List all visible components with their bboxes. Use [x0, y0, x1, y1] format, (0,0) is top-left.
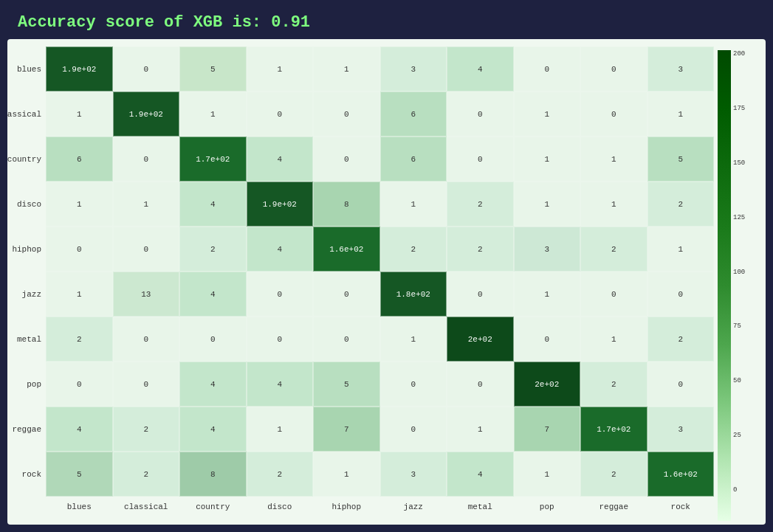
cell-9-5: 3 — [380, 452, 447, 497]
cell-6-4: 0 — [313, 317, 380, 362]
cell-8-7: 7 — [514, 407, 581, 452]
cell-7-3: 4 — [247, 362, 314, 407]
cell-7-8: 2 — [580, 362, 647, 407]
grid-container: 1.9e+0205113400311.9e+0210060101601.7e+0… — [46, 46, 714, 497]
cell-5-0: 1 — [46, 272, 113, 317]
colorbar-label: 75 — [733, 322, 745, 330]
chart-area: bluesclassicalcountrydiscohiphopjazzmeta… — [7, 39, 766, 525]
cell-7-6: 0 — [447, 362, 514, 407]
matrix-with-ylabels: bluesclassicalcountrydiscohiphopjazzmeta… — [7, 46, 714, 497]
cell-8-8: 1.7e+02 — [580, 407, 647, 452]
cell-1-1: 1.9e+02 — [113, 91, 180, 137]
cell-2-7: 1 — [514, 137, 581, 182]
cell-4-6: 2 — [447, 227, 514, 272]
ylabel-rock: rock — [7, 452, 46, 497]
ylabel-pop: pop — [7, 362, 46, 407]
cell-8-3: 1 — [247, 407, 314, 452]
cell-6-2: 0 — [179, 317, 247, 362]
cell-3-7: 1 — [514, 182, 581, 227]
colorbar-label: 0 — [733, 486, 745, 494]
cell-2-5: 6 — [380, 137, 447, 182]
cell-5-1: 13 — [113, 272, 180, 317]
cell-4-4: 1.6e+02 — [313, 227, 380, 272]
cell-2-9: 5 — [647, 137, 715, 182]
ylabel-reggae: reggae — [7, 407, 46, 452]
cell-0-5: 3 — [380, 46, 447, 91]
xlabel-country: country — [179, 497, 247, 517]
ylabel-classical: classical — [7, 91, 46, 137]
cell-5-4: 0 — [313, 272, 380, 317]
cell-3-3: 1.9e+02 — [247, 182, 314, 227]
xlabel-blues: blues — [46, 497, 113, 517]
cell-8-5: 0 — [380, 407, 447, 452]
cell-1-8: 0 — [580, 91, 647, 137]
cell-0-0: 1.9e+02 — [46, 46, 113, 91]
cell-4-3: 4 — [247, 227, 314, 272]
grid-row-disco: 1141.9e+02812112 — [46, 182, 714, 227]
cell-6-9: 2 — [647, 317, 715, 362]
ylabel-metal: metal — [7, 317, 46, 362]
cell-4-0: 0 — [46, 227, 113, 272]
cell-1-6: 0 — [447, 91, 514, 137]
cell-7-1: 0 — [113, 362, 180, 407]
cell-7-0: 0 — [46, 362, 113, 407]
cell-9-0: 5 — [46, 452, 113, 497]
colorbar-label: 50 — [733, 377, 745, 384]
colorbar-labels: 2001751501251007550250 — [733, 50, 745, 494]
colorbar-label: 100 — [733, 269, 745, 276]
colorbar: 2001751501251007550250 — [714, 46, 758, 517]
cell-0-9: 3 — [647, 46, 715, 91]
grid-row-metal: 2000012e+02012 — [46, 317, 714, 362]
cell-7-2: 4 — [179, 362, 247, 407]
cell-9-7: 1 — [514, 452, 581, 497]
cell-3-0: 1 — [46, 182, 113, 227]
xlabel-pop: pop — [514, 497, 581, 517]
cell-4-9: 1 — [647, 227, 715, 272]
cell-8-1: 2 — [113, 407, 180, 452]
cell-1-5: 6 — [380, 91, 447, 137]
cell-6-3: 0 — [247, 317, 314, 362]
cell-4-7: 3 — [514, 227, 581, 272]
cell-2-0: 6 — [46, 137, 113, 182]
ylabel-country: country — [7, 137, 46, 182]
cell-8-2: 4 — [179, 407, 247, 452]
colorbar-gradient — [718, 50, 731, 521]
cell-0-8: 0 — [580, 46, 647, 91]
grid-row-reggae: 424170171.7e+023 — [46, 407, 714, 452]
cell-7-5: 0 — [380, 362, 447, 407]
page-title: Accuracy score of XGB is: 0.91 — [18, 13, 755, 32]
cell-8-4: 7 — [313, 407, 380, 452]
cell-4-5: 2 — [380, 227, 447, 272]
cell-0-3: 1 — [247, 46, 314, 91]
ylabels: bluesclassicalcountrydiscohiphopjazzmeta… — [7, 46, 46, 497]
cell-7-7: 2e+02 — [514, 362, 581, 407]
cell-1-7: 1 — [514, 91, 581, 137]
grid-row-jazz: 1134001.8e+020100 — [46, 272, 714, 317]
cell-5-6: 0 — [447, 272, 514, 317]
cell-9-2: 8 — [179, 452, 247, 497]
cell-5-9: 0 — [647, 272, 715, 317]
cell-9-9: 1.6e+02 — [647, 452, 715, 497]
cell-2-2: 1.7e+02 — [179, 137, 247, 182]
colorbar-label: 125 — [733, 214, 745, 221]
ylabel-blues: blues — [7, 46, 46, 91]
cell-6-8: 1 — [580, 317, 647, 362]
cell-2-4: 0 — [313, 137, 380, 182]
cell-4-2: 2 — [179, 227, 247, 272]
cell-0-2: 5 — [179, 46, 247, 91]
cell-2-1: 0 — [113, 137, 180, 182]
cell-3-5: 1 — [380, 182, 447, 227]
cell-9-6: 4 — [447, 452, 514, 497]
cell-8-0: 4 — [46, 407, 113, 452]
cell-5-7: 1 — [514, 272, 581, 317]
cell-3-4: 8 — [313, 182, 380, 227]
cell-2-6: 0 — [447, 137, 514, 182]
ylabel-disco: disco — [7, 182, 46, 227]
cell-1-2: 1 — [179, 91, 247, 137]
xlabels: bluesclassicalcountrydiscohiphopjazzmeta… — [7, 497, 714, 517]
cell-6-7: 0 — [514, 317, 581, 362]
cell-3-1: 1 — [113, 182, 180, 227]
cell-3-2: 4 — [179, 182, 247, 227]
cell-7-9: 0 — [647, 362, 715, 407]
cell-5-2: 4 — [179, 272, 247, 317]
